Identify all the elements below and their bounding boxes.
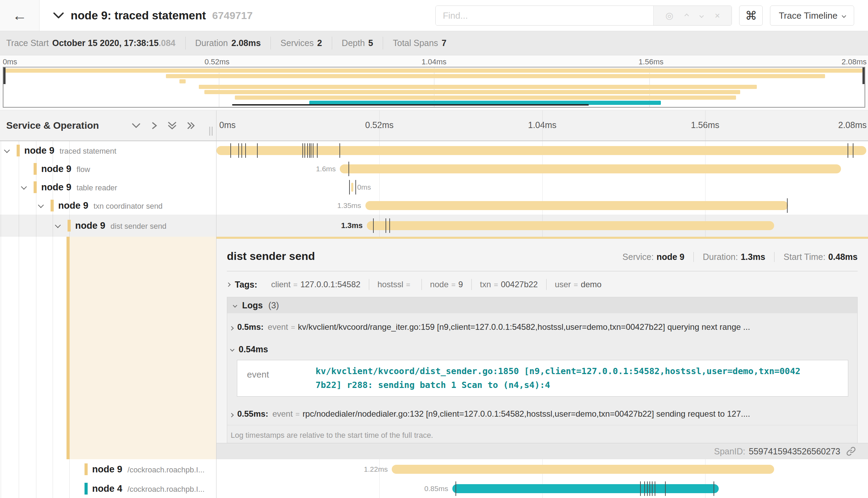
row-collapse-chevron-icon[interactable] [4, 147, 10, 153]
tags-row[interactable]: Tags: client=127.0.0.1:54582hostssl=node… [227, 279, 858, 290]
operation-name: traced statement [60, 146, 116, 155]
span-row[interactable]: node 9/cockroach.roachpb.I...1.22ms [0, 459, 868, 479]
log-row[interactable]: 0.5ms:event=kv/kvclient/kvcoord/range_it… [227, 313, 857, 338]
back-arrow-icon: ← [12, 7, 27, 24]
log-event-tick [644, 481, 645, 496]
command-icon: ⌘ [745, 9, 757, 22]
span-name-cell[interactable]: node 9txn coordinator send [0, 196, 216, 215]
log-event-tick [649, 481, 650, 496]
span-name-cell[interactable]: node 9flow [0, 160, 216, 178]
tag-item: user=demo [546, 279, 610, 290]
summary-item: Total Spans7 [383, 37, 456, 49]
row-collapse-chevron-icon[interactable] [55, 222, 61, 228]
span-timeline-cell[interactable]: 0ms [216, 178, 868, 196]
log-event-tick [386, 218, 386, 233]
span-timeline-cell[interactable]: 1.22ms [216, 459, 868, 479]
span-duration-bar[interactable] [351, 183, 353, 192]
minimap-left-drag-handle[interactable] [3, 67, 6, 84]
span-row[interactable]: node 9dist sender send1.3ms [0, 215, 868, 237]
spanid-label: SpanID: [714, 446, 745, 456]
find-clear-icon[interactable]: × [715, 11, 720, 20]
log-row-expanded-header[interactable]: 0.54ms [227, 338, 857, 359]
column-resize-grip[interactable] [209, 127, 213, 136]
span-name-text: node 9traced statement [24, 145, 116, 156]
trace-title-group[interactable]: node 9: traced statement 6749717 [53, 9, 253, 22]
summary-item: Services2 [271, 37, 332, 49]
tag-item: hostssl= [369, 279, 422, 290]
expand-all-icon[interactable] [186, 121, 196, 130]
collapse-one-icon[interactable] [131, 122, 141, 129]
span-name-cell[interactable]: node 9/cockroach.roachpb.I... [0, 459, 216, 479]
service-color-bar [85, 483, 88, 495]
copy-link-icon[interactable] [846, 446, 856, 456]
operation-name: flow [77, 165, 90, 174]
collapse-all-icon[interactable] [167, 121, 177, 130]
span-row[interactable]: node 9flow1.6ms [0, 160, 868, 178]
timeline-ruler: 0ms0.52ms1.04ms1.56ms2.08ms [216, 110, 868, 141]
span-duration-bar[interactable] [452, 484, 719, 493]
chevron-right-icon [229, 326, 234, 331]
spanid-value: 5597415943526560273 [749, 446, 840, 456]
span-duration-bar[interactable] [365, 201, 788, 210]
minimap-span-bar [204, 90, 741, 94]
span-timeline-cell[interactable]: 0.85ms [216, 479, 868, 498]
span-duration-bar[interactable] [392, 465, 774, 474]
log-event-tick [665, 481, 666, 496]
tags-label: Tags: [235, 280, 257, 290]
back-button[interactable]: ← [0, 0, 39, 31]
span-duration-bar[interactable] [340, 164, 841, 173]
service-color-bar [85, 463, 88, 475]
span-detail-row: dist sender send Service:node 9Duration:… [0, 237, 868, 459]
tag-item: client=127.0.0.1:54582 [263, 279, 369, 290]
view-select-button[interactable]: Trace Timeline [770, 6, 854, 26]
axis-tick-label: 0ms [219, 120, 236, 130]
span-row[interactable]: node 9traced statement [0, 141, 868, 160]
find-next-icon[interactable] [700, 14, 703, 17]
chevron-down-icon [230, 347, 234, 352]
operation-name: txn coordinator send [94, 201, 162, 210]
span-name-cell[interactable]: node 9table reader [0, 178, 216, 196]
span-name-cell[interactable]: node 9traced statement [0, 141, 216, 160]
header-controls: ◎ × ⌘ Trace Timeline [435, 6, 854, 26]
row-collapse-chevron-icon[interactable] [38, 202, 44, 208]
service-operation-header: Service & Operation [0, 110, 216, 141]
row-collapse-chevron-icon[interactable] [21, 184, 27, 190]
log-event-tick [389, 218, 390, 233]
collapse-trace-chevron-icon[interactable] [53, 12, 64, 19]
log-event-tick [230, 143, 231, 158]
log-event-tick [787, 198, 788, 213]
span-timeline-cell[interactable]: 1.35ms [216, 196, 868, 215]
locate-icon[interactable]: ◎ [665, 11, 673, 20]
minimap-scroll-indicator[interactable] [232, 104, 589, 106]
span-name-text: node 9/cockroach.roachpb.I... [92, 464, 205, 474]
span-duration-bar[interactable] [216, 146, 866, 155]
minimap-axis-labels: 0ms0.52ms1.04ms1.56ms2.08ms [0, 55, 868, 67]
span-name-cell[interactable]: node 4/cockroach.roachpb.I... [0, 479, 216, 498]
span-name-cell[interactable]: node 9dist sender send [0, 215, 216, 237]
keyboard-shortcuts-button[interactable]: ⌘ [739, 6, 763, 26]
minimap-right-drag-handle[interactable] [862, 67, 865, 84]
find-prev-icon[interactable] [685, 14, 688, 17]
span-name-text: node 9txn coordinator send [58, 200, 162, 211]
logs-header[interactable]: Logs (3) [227, 297, 857, 313]
span-timeline-cell[interactable]: 1.6ms [216, 160, 868, 178]
span-timeline-cell[interactable] [216, 141, 868, 160]
ruler-gridline [542, 110, 543, 141]
span-timeline-cell[interactable]: 1.3ms [216, 215, 868, 237]
expand-collapse-controls [131, 121, 196, 130]
log-row[interactable]: 0.55ms:event=rpc/nodedialer/nodedialer.g… [227, 400, 857, 425]
log-event-tick [655, 481, 655, 496]
span-row[interactable]: node 9txn coordinator send1.35ms [0, 196, 868, 215]
span-row[interactable]: node 4/cockroach.roachpb.I...0.85ms [0, 479, 868, 498]
trace-minimap[interactable] [3, 67, 865, 108]
detail-meta-item: Duration:1.3ms [693, 252, 765, 262]
expand-one-icon[interactable] [150, 121, 159, 130]
log-event-tick [238, 143, 239, 158]
span-row[interactable]: node 9table reader0ms [0, 178, 868, 196]
span-duration-label: 1.35ms [337, 201, 361, 210]
find-input[interactable] [436, 6, 653, 25]
trace-id: 6749717 [212, 10, 253, 21]
service-name: node 9 [75, 220, 105, 231]
log-field-value: kv/kvclient/kvcoord/dist_sender.go:1850 … [316, 364, 800, 392]
span-duration-bar[interactable] [367, 221, 774, 230]
